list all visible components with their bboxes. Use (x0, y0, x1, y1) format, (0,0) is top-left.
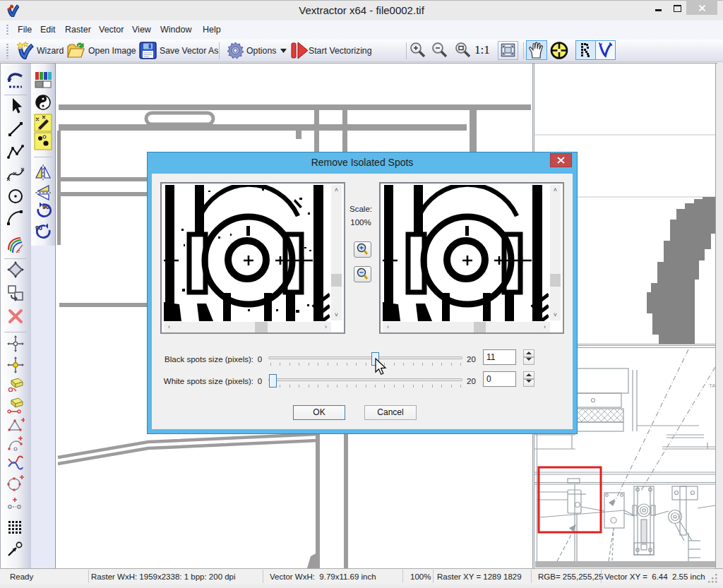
svg-text:TA: TA (709, 383, 715, 389)
svg-text:e: e (17, 248, 20, 253)
